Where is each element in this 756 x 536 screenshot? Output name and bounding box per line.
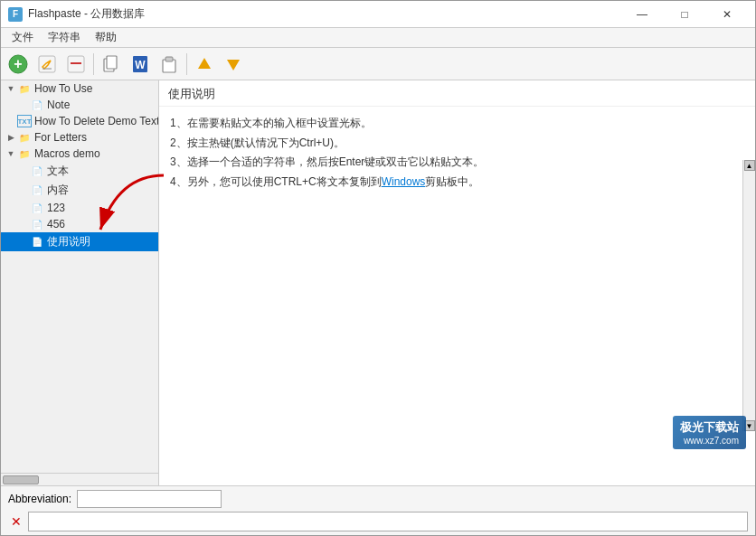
- main-content: ▼ 📁 How To Use 📄 Note TXT How To D: [1, 80, 755, 485]
- close-button[interactable]: ✕: [706, 1, 748, 28]
- scroll-down-btn[interactable]: ▼: [744, 420, 755, 431]
- maximize-button[interactable]: □: [664, 1, 705, 28]
- doc-icon-usage: 📄: [30, 236, 44, 249]
- sidebar-scroll-thumb[interactable]: [3, 475, 39, 484]
- title-bar: F Flashpaste - 公用数据库 — □ ✕: [1, 1, 755, 28]
- sidebar-item-text[interactable]: 📄 文本: [1, 162, 158, 181]
- doc-icon-456: 📄: [30, 218, 44, 230]
- window-title: Flashpaste - 公用数据库: [28, 6, 145, 22]
- text-input-row: ✕: [8, 512, 748, 531]
- abbreviation-input[interactable]: [77, 490, 222, 508]
- sidebar: ▼ 📁 How To Use 📄 Note TXT How To D: [1, 80, 158, 473]
- sidebar-item-how-to-delete[interactable]: TXT How To Delete Demo Text: [1, 113, 158, 129]
- abbreviation-row: Abbreviation:: [8, 490, 748, 508]
- windows-link[interactable]: Windows: [382, 175, 426, 188]
- svg-rect-7: [107, 56, 117, 69]
- copy-icon: [101, 54, 121, 74]
- svg-rect-2: [39, 56, 55, 72]
- sidebar-item-note[interactable]: 📄 Note: [1, 97, 158, 113]
- folder-open-icon-macros: 📁: [17, 147, 32, 160]
- abbreviation-label: Abbreviation:: [8, 493, 71, 505]
- text-input-field[interactable]: [28, 512, 748, 531]
- menu-file[interactable]: 文件: [5, 28, 41, 48]
- edit-icon: [37, 54, 57, 74]
- title-left: F Flashpaste - 公用数据库: [8, 6, 145, 22]
- svg-marker-13: [227, 60, 240, 71]
- content-vertical-scrollbar[interactable]: ▲ ▼: [742, 160, 755, 431]
- cancel-icon[interactable]: ✕: [8, 513, 24, 530]
- doc-icon-content: 📄: [30, 184, 44, 197]
- word-icon: W: [130, 54, 150, 74]
- sidebar-item-for-letters[interactable]: ▶ 📁 For Letters: [1, 129, 158, 146]
- separator-2: [186, 53, 187, 75]
- sidebar-item-how-to-use[interactable]: ▼ 📁 How To Use: [1, 80, 158, 97]
- folder-open-icon: 📁: [17, 82, 32, 95]
- svg-text:+: +: [14, 56, 22, 71]
- content-area: 使用说明 1、在需要粘贴文本的输入框中设置光标。 2、按主热键(默认情况下为Ct…: [159, 80, 755, 485]
- toolbar: +: [1, 48, 755, 80]
- content-line-1: 1、在需要粘贴文本的输入框中设置光标。: [170, 114, 744, 134]
- doc-icon-text: 📄: [30, 165, 44, 178]
- scroll-up-btn[interactable]: ▲: [744, 160, 755, 171]
- word-button[interactable]: W: [127, 51, 154, 78]
- edit-button[interactable]: [33, 51, 61, 78]
- paste-icon: [159, 54, 179, 74]
- menu-help[interactable]: 帮助: [88, 28, 124, 48]
- folder-icon-letters: 📁: [17, 131, 32, 144]
- sidebar-item-macros-demo[interactable]: ▼ 📁 Macros demo: [1, 146, 158, 162]
- sidebar-item-content[interactable]: 📄 内容: [1, 181, 158, 200]
- content-line-3: 3、选择一个合适的字符串，然后按Enter键或双击它以粘贴文本。: [170, 153, 744, 173]
- paste-button[interactable]: [156, 51, 183, 78]
- down-arrow-icon: [223, 54, 243, 74]
- add-icon: +: [8, 54, 28, 74]
- content-line-4: 4、另外，您可以使用CTRL+C将文本复制到Windows剪贴板中。: [170, 173, 744, 193]
- content-line-2: 2、按主热键(默认情况下为Ctrl+U)。: [170, 134, 744, 154]
- svg-text:W: W: [135, 59, 146, 71]
- svg-rect-5: [71, 62, 81, 64]
- content-header: 使用说明: [159, 80, 755, 107]
- separator-1: [93, 53, 94, 75]
- macro-icon-delete: TXT: [17, 115, 32, 127]
- menu-string[interactable]: 字符串: [41, 28, 88, 48]
- main-wrapper: ▼ 📁 How To Use 📄 Note TXT How To D: [1, 80, 755, 485]
- up-arrow-icon: [194, 54, 214, 74]
- bottom-bar: Abbreviation: ✕: [1, 485, 755, 535]
- app-icon: F: [8, 7, 23, 22]
- delete-icon: [66, 54, 86, 74]
- add-button[interactable]: +: [5, 51, 32, 78]
- sidebar-horizontal-scrollbar[interactable]: [1, 473, 158, 485]
- svg-rect-11: [165, 57, 173, 61]
- menu-bar: 文件 字符串 帮助: [1, 28, 755, 48]
- doc-icon-note: 📄: [30, 99, 44, 111]
- copy-button[interactable]: [98, 51, 125, 78]
- main-window: F Flashpaste - 公用数据库 — □ ✕ 文件 字符串 帮助 +: [0, 0, 756, 536]
- sidebar-item-456[interactable]: 📄 456: [1, 216, 158, 232]
- up-button[interactable]: [191, 51, 218, 78]
- svg-marker-12: [198, 58, 211, 69]
- content-body: 1、在需要粘贴文本的输入框中设置光标。 2、按主热键(默认情况下为Ctrl+U)…: [159, 107, 755, 485]
- sidebar-item-123[interactable]: 📄 123: [1, 200, 158, 216]
- delete-button[interactable]: [62, 51, 90, 78]
- doc-icon-123: 📄: [30, 202, 44, 214]
- down-button[interactable]: [220, 51, 247, 78]
- sidebar-item-usage[interactable]: 📄 使用说明: [1, 232, 158, 251]
- minimize-button[interactable]: —: [621, 1, 663, 28]
- window-controls: — □ ✕: [621, 1, 748, 28]
